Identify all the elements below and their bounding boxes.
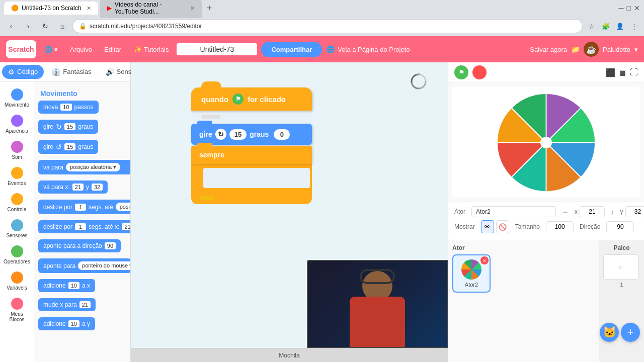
som-label: Som bbox=[12, 154, 22, 160]
size-field[interactable] bbox=[546, 221, 574, 232]
deslize2-block[interactable]: deslize por 1 segs. até x: 21 y: 32 bbox=[38, 220, 130, 233]
eventos-dot bbox=[11, 167, 23, 179]
green-flag-button[interactable]: ⚑ bbox=[454, 65, 468, 79]
aponte-dir-block[interactable]: aponte para a direção 90 bbox=[38, 239, 121, 252]
sprites-section: Ator Ator2 ✕ 🐱 bbox=[448, 240, 644, 362]
ws-sempre-block[interactable]: sempre bbox=[191, 146, 312, 204]
stop-button[interactable] bbox=[472, 65, 487, 79]
category-meus-blocos[interactable]: Meus Blocos bbox=[1, 295, 33, 325]
gire-second-input[interactable]: 0 bbox=[274, 129, 290, 140]
new-tab-button[interactable]: + bbox=[204, 3, 215, 14]
va-para-dropdown[interactable]: posição aleatória ▾ bbox=[66, 163, 120, 171]
extensions-button[interactable]: 🧩 bbox=[600, 20, 612, 32]
tab-close-scratch[interactable]: ✕ bbox=[87, 5, 91, 12]
direction-field[interactable] bbox=[606, 221, 634, 232]
webcam-content bbox=[308, 261, 447, 347]
som-dot bbox=[11, 141, 23, 153]
hat-block[interactable]: quando ⚑ for clicado bbox=[191, 87, 312, 111]
gire-cw-block[interactable]: gire ↻ 15 graus bbox=[38, 120, 98, 134]
mude-x-block[interactable]: mude x para 21 bbox=[38, 298, 96, 311]
tutorials-button[interactable]: ✨ Tutoriais bbox=[129, 43, 173, 55]
fullscreen-btn[interactable]: ⛶ bbox=[630, 68, 638, 77]
category-controle[interactable]: Controle bbox=[1, 190, 33, 215]
profile-button[interactable]: 👤 bbox=[614, 20, 626, 32]
adicione-x-block[interactable]: adicione 10 a x bbox=[38, 279, 95, 292]
variaveis-label: Variáveis bbox=[7, 285, 27, 291]
share-button[interactable]: Compartilhar bbox=[261, 42, 322, 57]
gire-ccw-block[interactable]: gire ↺ 15 graus bbox=[38, 140, 98, 154]
scratch-toolbar: Scratch 🌐 ▾ Arquivo Editar ✨ Tutoriais C… bbox=[0, 36, 644, 62]
scratch-logo[interactable]: Scratch bbox=[6, 40, 36, 58]
bookmark-button[interactable]: ☆ bbox=[586, 20, 598, 32]
deslize1-dropdown[interactable]: posição aleatória ▾ bbox=[116, 203, 130, 211]
tab-youtube[interactable]: ▶ Vídeos do canal - YouTube Studi... ✕ bbox=[100, 0, 202, 18]
refresh-button[interactable]: ↻ bbox=[38, 19, 52, 33]
back-button[interactable]: ‹ bbox=[4, 19, 18, 33]
tab-codigo[interactable]: ⚙ Código bbox=[2, 65, 44, 79]
view-page-button[interactable]: 🌐 Veja a Página do Projeto bbox=[326, 45, 410, 53]
movement-category-title: Movimento bbox=[40, 89, 126, 98]
project-name-input[interactable] bbox=[177, 43, 257, 55]
loading-icon bbox=[410, 72, 428, 90]
gire-value-input[interactable]: 15 bbox=[229, 129, 247, 140]
sprite-props-row: Mostrar 👁 🚫 Tamanho Direção bbox=[454, 220, 638, 233]
show-hidden-btn[interactable]: 🚫 bbox=[496, 220, 509, 233]
show-visible-btn[interactable]: 👁 bbox=[481, 220, 494, 233]
xy-arrows-icon: ↔ bbox=[562, 208, 569, 216]
ws-gire-block[interactable]: gire ↻ 15 graus 0 bbox=[191, 124, 312, 145]
mochila-bar[interactable]: Mochila bbox=[131, 348, 448, 362]
forward-button[interactable]: › bbox=[21, 19, 35, 33]
sprite-name-field[interactable] bbox=[471, 206, 556, 217]
save-button[interactable]: Salvar agora bbox=[530, 46, 567, 53]
workspace[interactable]: quando ⚑ for clicado gire ↻ 1 bbox=[131, 62, 448, 348]
workspace-area: quando ⚑ for clicado gire ↻ 1 bbox=[131, 62, 448, 362]
deslize1-block[interactable]: deslize por 1 segs. até posição aleatóri… bbox=[38, 200, 130, 214]
menu-button[interactable]: ⋮ bbox=[628, 20, 640, 32]
y-arrow-icon: ↕ bbox=[611, 208, 614, 216]
stage-thumbnail[interactable]: □ bbox=[603, 254, 638, 280]
minimize-button[interactable]: ─ bbox=[619, 4, 624, 12]
category-operadores[interactable]: Operadores bbox=[1, 242, 33, 267]
aponte-para-block[interactable]: aponte para ponteiro do mouse ▾ bbox=[38, 258, 130, 273]
browser-actions: ☆ 🧩 👤 ⋮ bbox=[586, 20, 640, 32]
y-field[interactable] bbox=[625, 206, 644, 217]
category-variaveis[interactable]: Variáveis bbox=[1, 268, 33, 294]
main-area: ⚙ Código 👔 Fantasias 🔊 Sons Movimento bbox=[0, 62, 644, 362]
category-movimento[interactable]: Movimento bbox=[1, 85, 33, 111]
maximize-button[interactable]: □ bbox=[627, 4, 631, 12]
tab-scratch[interactable]: 🟠 Untitled-73 on Scratch ✕ bbox=[4, 2, 98, 15]
green-flag-icon: ⚑ bbox=[232, 94, 244, 105]
user-avatar[interactable]: ☕ bbox=[584, 42, 599, 57]
category-sensores[interactable]: Sensores bbox=[1, 216, 33, 241]
aparencia-dot bbox=[11, 115, 23, 127]
tab-fantasias[interactable]: 👔 Fantasias bbox=[46, 65, 97, 79]
x-field[interactable] bbox=[580, 206, 605, 217]
va-para-block[interactable]: vá para posição aleatória ▾ bbox=[38, 160, 130, 174]
category-aparencia[interactable]: Aparência bbox=[1, 112, 33, 137]
close-window-button[interactable]: ✕ bbox=[634, 4, 640, 12]
category-eventos[interactable]: Eventos bbox=[1, 164, 33, 189]
tab-close-youtube[interactable]: ✕ bbox=[190, 5, 195, 12]
folder-button[interactable]: 📁 bbox=[571, 45, 580, 53]
controle-label: Controle bbox=[8, 207, 27, 212]
sprite-delete-btn[interactable]: ✕ bbox=[480, 256, 489, 264]
url-bar[interactable]: 🔒 scratch.mit.edu/projects/408231559/edi… bbox=[72, 19, 583, 33]
sensores-dot bbox=[11, 219, 23, 231]
globe-menu[interactable]: 🌐 ▾ bbox=[40, 44, 62, 55]
category-som[interactable]: Som bbox=[1, 138, 33, 163]
mova-block[interactable]: mova 10 passos bbox=[38, 101, 99, 114]
editar-menu[interactable]: Editar bbox=[100, 44, 125, 55]
adicione-y-block[interactable]: adicione 10 a y bbox=[38, 317, 95, 330]
small-stage-btn[interactable]: ⬛ bbox=[605, 68, 615, 77]
browser-address-bar-row: ‹ › ↻ ⌂ 🔒 scratch.mit.edu/projects/40823… bbox=[0, 16, 644, 36]
operadores-dot bbox=[11, 245, 23, 257]
normal-stage-btn[interactable]: ◼ bbox=[619, 68, 626, 77]
home-button[interactable]: ⌂ bbox=[55, 19, 69, 33]
movimento-dot bbox=[11, 88, 23, 101]
aponte-para-dropdown[interactable]: ponteiro do mouse ▾ bbox=[78, 261, 130, 270]
arquivo-menu[interactable]: Arquivo bbox=[66, 44, 96, 55]
movimento-label: Movimento bbox=[5, 102, 29, 108]
sprite-name-row: Ator ↔ x ↕ y bbox=[454, 206, 638, 217]
va-para-xy-block[interactable]: vá para x: 21 y 32 bbox=[38, 180, 108, 194]
sprite-thumb-ator2[interactable]: Ator2 ✕ bbox=[452, 254, 491, 293]
